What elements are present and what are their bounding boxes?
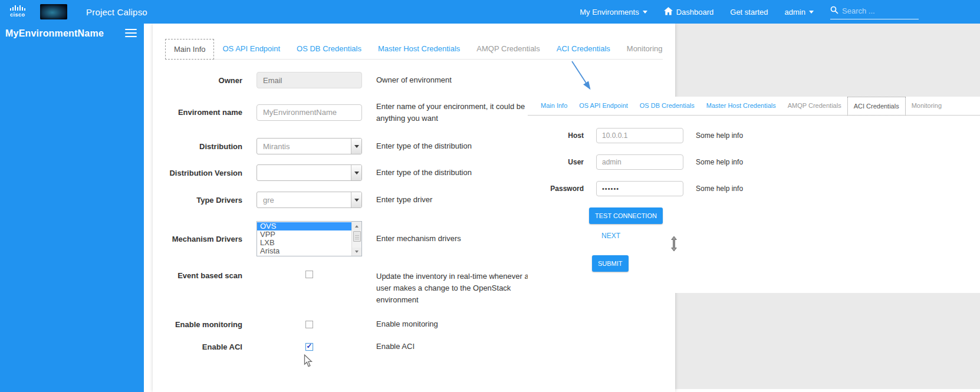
type-drivers-label: Type Drivers bbox=[165, 195, 242, 205]
popup-tab-bar: Main Info OS API Endpoint OS DB Credenti… bbox=[528, 97, 980, 116]
test-connection-button[interactable]: TEST CONNECTION bbox=[589, 207, 663, 224]
scroll-up-icon[interactable] bbox=[352, 222, 361, 230]
distribution-version-select[interactable] bbox=[256, 164, 362, 181]
mouse-pointer-icon bbox=[304, 354, 314, 370]
popup-tab-amqp-credentials: AMQP Credentials bbox=[782, 97, 847, 115]
hamburger-menu-icon[interactable] bbox=[125, 29, 137, 39]
event-based-scan-help: Update the inventory in real-time whenev… bbox=[376, 271, 531, 306]
search-icon bbox=[830, 6, 838, 17]
chevron-down-icon bbox=[643, 11, 647, 16]
user-label: User bbox=[528, 158, 584, 166]
enable-monitoring-help: Enable monitoring bbox=[376, 318, 531, 330]
tab-os-db-credentials[interactable]: OS DB Credentials bbox=[288, 39, 370, 59]
vertical-resize-icon bbox=[670, 236, 678, 254]
scrollbar[interactable] bbox=[351, 222, 361, 256]
chevron-down-icon bbox=[809, 11, 814, 16]
environment-name-title: MyEnvironmentName bbox=[0, 24, 144, 39]
popup-tab-aci-credentials[interactable]: ACI Credentials bbox=[847, 97, 906, 116]
type-drivers-select[interactable]: gre bbox=[256, 192, 362, 208]
dropdown-button[interactable] bbox=[351, 139, 361, 154]
scroll-down-icon[interactable] bbox=[352, 248, 361, 256]
environment-name-help: Enter name of your encironment, it could… bbox=[376, 101, 531, 124]
enable-monitoring-checkbox[interactable] bbox=[305, 321, 313, 328]
form-row-owner: Owner Owner of environment bbox=[165, 72, 663, 88]
host-help: Some help info bbox=[696, 131, 980, 140]
tab-amqp-credentials: AMQP Credentials bbox=[468, 39, 548, 59]
enable-aci-help: Enable ACI bbox=[376, 341, 531, 353]
user-help: Some help info bbox=[696, 158, 980, 166]
nav-user-menu[interactable]: admin bbox=[785, 8, 814, 17]
tab-master-host-credentials[interactable]: Master Host Credentials bbox=[370, 39, 468, 59]
type-drivers-help: Enter type driver bbox=[376, 194, 531, 206]
svg-text:cisco: cisco bbox=[10, 12, 25, 17]
host-label: Host bbox=[528, 131, 584, 140]
list-option[interactable]: Arista bbox=[257, 247, 351, 255]
nav-my-environments[interactable]: My Environments bbox=[580, 8, 647, 17]
submit-button[interactable]: SUBMIT bbox=[592, 255, 629, 272]
calipso-logo-image bbox=[40, 4, 67, 19]
cisco-logo: cisco bbox=[9, 4, 29, 19]
password-help: Some help info bbox=[696, 185, 980, 193]
host-field[interactable] bbox=[596, 128, 683, 143]
chevron-down-icon bbox=[354, 172, 359, 177]
popup-tab-os-api-endpoint[interactable]: OS API Endpoint bbox=[573, 97, 634, 115]
enable-aci-label: Enable ACI bbox=[165, 342, 242, 352]
list-option[interactable]: LXB bbox=[257, 239, 351, 247]
tab-main-info[interactable]: Main Info bbox=[165, 39, 214, 60]
distribution-select[interactable]: Mirantis bbox=[256, 138, 362, 154]
mechanism-drivers-help: Enter mechanism drivers bbox=[376, 233, 531, 245]
dropdown-button[interactable] bbox=[351, 165, 361, 180]
owner-label: Owner bbox=[165, 75, 242, 85]
distribution-version-label: Distribution Version bbox=[165, 168, 242, 178]
password-label: Password bbox=[528, 185, 584, 193]
chevron-down-icon bbox=[354, 199, 359, 204]
event-based-scan-label: Event based scan bbox=[165, 271, 242, 281]
owner-help: Owner of environment bbox=[376, 74, 531, 86]
tab-aci-credentials[interactable]: ACI Credentials bbox=[548, 39, 619, 59]
sidebar: MyEnvironmentName bbox=[0, 24, 144, 392]
form-row-host: Host Some help info bbox=[528, 128, 980, 143]
owner-field[interactable] bbox=[256, 72, 362, 88]
top-header: cisco Project Calipso My Environments Da… bbox=[0, 0, 980, 24]
list-option[interactable]: OVS bbox=[257, 222, 351, 230]
enable-monitoring-label: Enable monitoring bbox=[165, 319, 242, 330]
chevron-down-icon bbox=[354, 145, 359, 150]
popup-tab-main-info[interactable]: Main Info bbox=[535, 97, 573, 115]
nav-get-started[interactable]: Get started bbox=[730, 8, 768, 17]
scrollbar-thumb[interactable] bbox=[353, 231, 361, 242]
app-title: Project Calipso bbox=[86, 7, 147, 17]
environment-name-field[interactable] bbox=[256, 104, 362, 121]
list-option[interactable]: VPP bbox=[257, 230, 351, 239]
popup-tab-os-db-credentials[interactable]: OS DB Credentials bbox=[634, 97, 701, 115]
home-icon bbox=[664, 7, 673, 17]
aci-credentials-form: Host Some help info User Some help info … bbox=[528, 128, 980, 272]
tab-os-api-endpoint[interactable]: OS API Endpoint bbox=[214, 39, 288, 59]
popup-tab-monitoring: Monitoring bbox=[906, 97, 948, 115]
dropdown-button[interactable] bbox=[351, 192, 361, 207]
next-link[interactable]: NEXT bbox=[601, 232, 620, 240]
search-input[interactable] bbox=[842, 6, 912, 15]
form-row-enable-aci: Enable ACI Enable ACI bbox=[165, 341, 663, 353]
search-box[interactable] bbox=[830, 4, 919, 19]
form-row-user: User Some help info bbox=[528, 154, 980, 170]
environment-name-label: Enviroment name bbox=[165, 107, 242, 117]
distribution-label: Distribution bbox=[165, 141, 242, 151]
distribution-version-help: Enter type of the distribution bbox=[376, 167, 531, 179]
user-field[interactable] bbox=[596, 154, 683, 170]
enable-aci-checkbox[interactable] bbox=[305, 343, 313, 351]
event-based-scan-checkbox[interactable] bbox=[305, 271, 313, 278]
tab-monitoring: Monitoring bbox=[619, 39, 671, 59]
list-option[interactable]: Nexus bbox=[257, 255, 351, 256]
main-tab-bar: Main Info OS API Endpoint OS DB Credenti… bbox=[165, 39, 663, 60]
aci-credentials-panel: Main Info OS API Endpoint OS DB Credenti… bbox=[528, 97, 980, 293]
mechanism-drivers-listbox[interactable]: OVS VPP LXB Arista Nexus bbox=[256, 221, 362, 256]
distribution-help: Enter type of the distribution bbox=[376, 140, 531, 152]
nav-dashboard[interactable]: Dashboard bbox=[664, 7, 714, 17]
form-row-password: Password Some help info bbox=[528, 181, 980, 196]
popup-tab-master-host-credentials[interactable]: Master Host Credentials bbox=[701, 97, 782, 115]
password-field[interactable] bbox=[596, 181, 683, 196]
form-row-enable-monitoring: Enable monitoring Enable monitoring bbox=[165, 318, 663, 330]
mechanism-drivers-label: Mechanism Drivers bbox=[165, 234, 242, 244]
